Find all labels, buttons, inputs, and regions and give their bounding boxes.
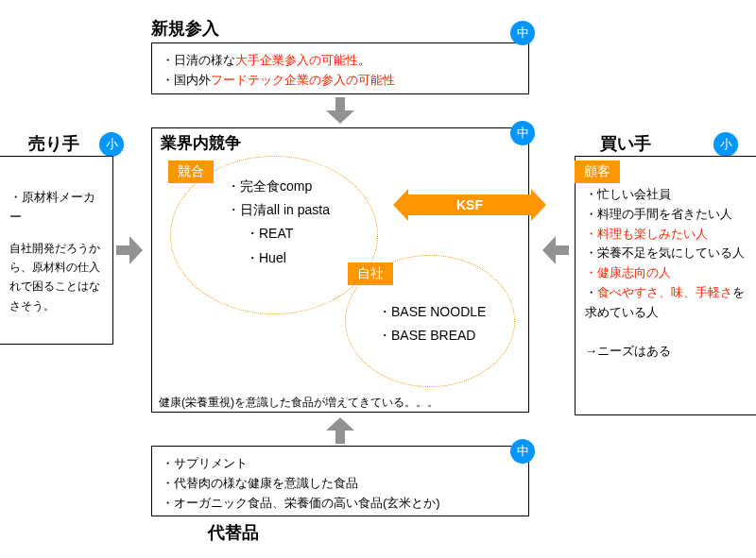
buyers-item-red: ・健康志向の人	[585, 263, 747, 283]
substitutes-item: ・代替肉の様な健康を意識した食品	[162, 474, 519, 494]
new-entrants-line2: ・国内外フードテック企業の参入の可能性	[162, 71, 519, 91]
new-entrants-title: 新規参入	[151, 17, 219, 40]
new-entrants-box: ・日清の様な大手企業参入の可能性。 ・国内外フードテック企業の参入の可能性	[151, 42, 529, 94]
own-item: ・BASE NOODLE	[378, 300, 486, 324]
competitor-item: ・日清all in pasta	[227, 198, 330, 222]
buyers-item: ・忙しい会社員	[585, 185, 747, 205]
competitor-item: ・Huel	[227, 246, 330, 270]
substitutes-item: ・オーガニック食品、栄養価の高い食品(玄米とか)	[162, 494, 519, 514]
own-tag: 自社	[348, 262, 393, 285]
text: 。	[358, 53, 370, 67]
competitor-item: ・REAT	[227, 222, 330, 245]
substitutes-title: 代替品	[208, 521, 259, 544]
suppliers-item: ・原材料メーカー	[9, 188, 103, 228]
text: ・国内外	[162, 73, 211, 87]
buyers-conclusion: →ニーズはある	[585, 342, 747, 362]
substitutes-item: ・サプリメント	[162, 454, 519, 474]
ksf-arrow: KSF	[408, 194, 531, 215]
suppliers-box: ・原材料メーカー 自社開発だろうから、原材料の仕入れで困ることはなさそう。	[0, 156, 113, 345]
new-entrants-badge: 中	[510, 21, 535, 45]
competitors-tag: 競合	[168, 161, 214, 183]
competitors-list: ・完全食comp ・日清all in pasta ・REAT ・Huel	[227, 175, 330, 270]
rivalry-footnote: 健康(栄養重視)を意識した食品が増えてきている。。。	[159, 395, 438, 411]
text: ・日清の様な	[162, 53, 235, 67]
ksf-label: KSF	[456, 197, 483, 212]
suppliers-note: 自社開発だろうから、原材料の仕入れで困ることはなさそう。	[9, 239, 103, 316]
buyers-title: 買い手	[600, 132, 651, 155]
own-item: ・BASE BREAD	[378, 324, 486, 347]
buyers-tag: 顧客	[575, 161, 620, 183]
suppliers-badge: 小	[99, 132, 124, 157]
text-red: 大手企業参入の可能性	[235, 53, 358, 67]
buyers-box: ・忙しい会社員 ・料理の手間を省きたい人 ・料理も楽しみたい人 ・栄養不足を気に…	[575, 156, 756, 415]
new-entrants-line1: ・日清の様な大手企業参入の可能性。	[162, 51, 519, 71]
own-list: ・BASE NOODLE ・BASE BREAD	[378, 300, 486, 347]
substitutes-box: ・サプリメント ・代替肉の様な健康を意識した食品 ・オーガニック食品、栄養価の高…	[151, 446, 529, 516]
arrow-left-icon	[541, 236, 569, 264]
rivalry-title: 業界内競争	[161, 132, 241, 154]
text-red: フードテック企業の参入の可能性	[211, 73, 395, 87]
substitutes-badge: 中	[510, 439, 535, 464]
arrow-down-icon	[326, 97, 354, 126]
competitor-item: ・完全食comp	[227, 175, 330, 198]
arrow-up-icon	[326, 415, 354, 444]
buyers-item-red: ・料理も楽しみたい人	[585, 225, 747, 245]
buyers-item: ・栄養不足を気にしている人	[585, 244, 747, 263]
arrow-right-icon	[116, 236, 145, 264]
buyers-item: ・食べやすさ、味、手軽さを求めている人	[585, 283, 747, 323]
rivalry-badge: 中	[510, 121, 535, 145]
buyers-badge: 小	[713, 132, 738, 157]
buyers-item: ・料理の手間を省きたい人	[585, 205, 747, 225]
suppliers-title: 売り手	[28, 132, 79, 155]
text-red: 食べやすさ、味、手軽さ	[597, 285, 732, 299]
text: ・	[585, 285, 597, 299]
